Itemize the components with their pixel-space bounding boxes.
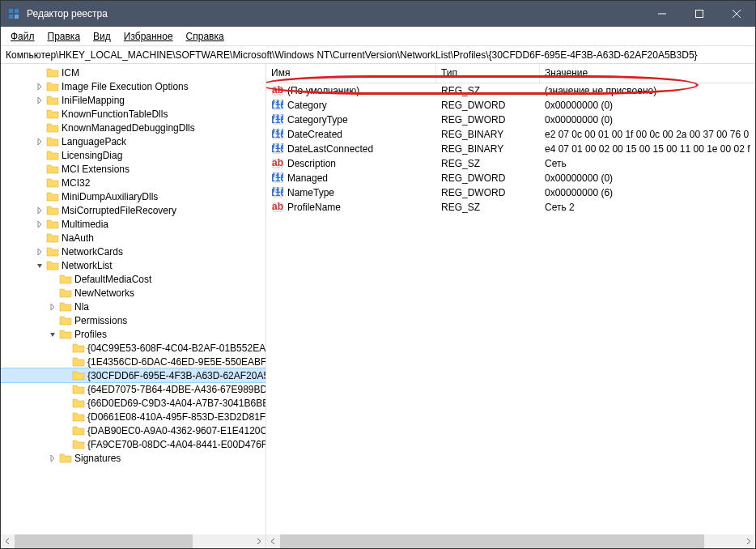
list-row[interactable]: ab(По умолчанию)REG_SZ(значение не присв… [266, 83, 755, 98]
tree-item[interactable]: {D0661E08-410A-495F-853D-E3D2D81F3 [1, 410, 265, 423]
tree-item-label: KnownFunctionTableDlls [62, 109, 168, 120]
expander-icon[interactable] [33, 190, 46, 203]
folder-icon [46, 191, 59, 202]
address-bar[interactable]: Компьютер\HKEY_LOCAL_MACHINE\SOFTWARE\Mi… [1, 46, 755, 64]
expander-icon[interactable] [59, 411, 72, 423]
expander-icon[interactable] [33, 121, 46, 134]
list-row[interactable]: 011110DateLastConnectedREG_BINARYe4 07 0… [266, 142, 755, 156]
expander-icon[interactable] [33, 163, 46, 176]
value-name: Managed [287, 172, 328, 184]
menu-view[interactable]: Вид [87, 29, 117, 44]
column-type[interactable]: Тип [436, 64, 540, 83]
svg-text:110: 110 [272, 114, 283, 126]
expander-icon[interactable] [59, 369, 72, 382]
expander-icon[interactable] [59, 438, 72, 451]
tree-item[interactable]: {64ED7075-7B64-4DBE-A436-67E989BD9 [1, 382, 265, 396]
scroll-track[interactable] [15, 534, 252, 548]
list-row[interactable]: 011110CategoryTypeREG_DWORD0x00000000 (0… [266, 113, 755, 127]
expander-icon[interactable] [33, 108, 46, 121]
expander-icon[interactable] [33, 66, 46, 79]
tree-item[interactable]: {FA9CE70B-08DC-4A04-8441-E00D476FA [1, 437, 265, 451]
tree-item[interactable]: KnownManagedDebuggingDlls [1, 121, 265, 134]
tree-item[interactable]: MCI32 [1, 176, 265, 189]
column-value[interactable]: Значение [540, 64, 755, 83]
expander-icon[interactable] [33, 245, 46, 258]
tree-item[interactable]: {66D0ED69-C9D3-4A04-A7B7-3041B6BB [1, 396, 265, 410]
tree-item[interactable]: Multimedia [1, 217, 265, 231]
registry-tree[interactable]: ICMImage File Execution OptionsIniFileMa… [1, 64, 265, 534]
svg-text:ab: ab [272, 202, 283, 212]
expander-icon[interactable] [33, 94, 46, 107]
tree-item[interactable]: NetworkList [1, 258, 265, 272]
tree-item[interactable]: Nla [1, 300, 265, 313]
list-row[interactable]: 011110NameTypeREG_DWORD0x00000000 (6) [266, 185, 755, 200]
tree-item[interactable]: MCI Extensions [1, 162, 265, 176]
tree-item[interactable]: DefaultMediaCost [1, 272, 265, 286]
folder-icon [46, 246, 59, 257]
menu-file[interactable]: Файл [4, 29, 41, 44]
expander-icon[interactable] [33, 80, 46, 93]
tree-item[interactable]: LicensingDiag [1, 148, 265, 162]
string-value-icon: ab [271, 201, 284, 214]
tree-item[interactable]: Profiles [1, 327, 265, 341]
maximize-button[interactable] [681, 1, 718, 27]
expander-icon[interactable] [46, 452, 59, 465]
tree-item[interactable]: {DAB90EC0-A9A0-4362-9607-E1E4120C4 [1, 423, 265, 437]
expander-icon[interactable] [33, 218, 46, 231]
menu-help[interactable]: Справка [180, 29, 231, 44]
tree-item[interactable]: MsiCorruptedFileRecovery [1, 203, 265, 217]
expander-icon[interactable] [59, 397, 72, 410]
list-row[interactable]: 011110CategoryREG_DWORD0x00000000 (0) [266, 98, 755, 113]
scroll-thumb[interactable] [15, 534, 193, 548]
expander-icon[interactable] [46, 287, 59, 300]
tree-item[interactable]: {1E4356CD-6DAC-46ED-9E5E-550EABF8 [1, 355, 265, 368]
scroll-left-icon[interactable] [1, 534, 15, 548]
expander-icon[interactable] [59, 355, 72, 368]
expander-icon[interactable] [46, 328, 59, 341]
expander-icon[interactable] [46, 273, 59, 286]
scroll-track[interactable] [280, 534, 741, 548]
tree-item[interactable]: MiniDumpAuxiliaryDlls [1, 189, 265, 203]
expander-icon[interactable] [33, 149, 46, 162]
close-button[interactable] [718, 1, 755, 27]
expander-icon[interactable] [59, 342, 72, 355]
tree-item[interactable]: {30CFDD6F-695E-4F3B-A63D-62AF20A5 [1, 368, 265, 382]
cell-type: REG_BINARY [436, 143, 540, 155]
menu-favorites[interactable]: Избранное [117, 29, 180, 44]
tree-item[interactable]: Permissions [1, 313, 265, 327]
list-row[interactable]: abProfileNameREG_SZСеть 2 [266, 200, 755, 215]
tree-scrollbar-horizontal[interactable] [1, 534, 265, 548]
scroll-thumb[interactable] [280, 534, 704, 548]
expander-icon[interactable] [33, 135, 46, 148]
list-scrollbar-horizontal[interactable] [266, 534, 755, 548]
expander-icon[interactable] [59, 424, 72, 437]
scroll-left-icon[interactable] [266, 534, 280, 548]
tree-item[interactable]: ICM [1, 66, 265, 79]
list-row[interactable]: 011110DateCreatedREG_BINARYe2 07 0c 00 0… [266, 127, 755, 142]
value-list[interactable]: ab(По умолчанию)REG_SZ(значение не присв… [266, 83, 755, 534]
tree-item[interactable]: NaAuth [1, 231, 265, 245]
expander-icon[interactable] [59, 383, 72, 396]
folder-icon [59, 301, 72, 313]
menu-edit[interactable]: Правка [41, 29, 87, 44]
tree-item[interactable]: IniFileMapping [1, 93, 265, 107]
expander-icon[interactable] [33, 177, 46, 189]
tree-item[interactable]: {04C99E53-608F-4C04-B2AF-01B552EA2 [1, 341, 265, 355]
expander-icon[interactable] [46, 314, 59, 327]
expander-icon[interactable] [33, 204, 46, 217]
column-name[interactable]: Имя [266, 64, 436, 83]
tree-item[interactable]: LanguagePack [1, 134, 265, 148]
expander-icon[interactable] [46, 300, 59, 313]
scroll-right-icon[interactable] [741, 534, 755, 548]
tree-item[interactable]: NetworkCards [1, 245, 265, 258]
tree-item[interactable]: Image File Execution Options [1, 79, 265, 93]
tree-item[interactable]: KnownFunctionTableDlls [1, 107, 265, 121]
tree-item[interactable]: NewNetworks [1, 286, 265, 300]
scroll-right-icon[interactable] [252, 534, 265, 548]
list-row[interactable]: 011110ManagedREG_DWORD0x00000000 (0) [266, 171, 755, 185]
expander-icon[interactable] [33, 232, 46, 245]
expander-icon[interactable] [33, 259, 46, 272]
tree-item[interactable]: Signatures [1, 451, 265, 465]
list-row[interactable]: abDescriptionREG_SZСеть [266, 156, 755, 171]
minimize-button[interactable] [643, 1, 681, 27]
